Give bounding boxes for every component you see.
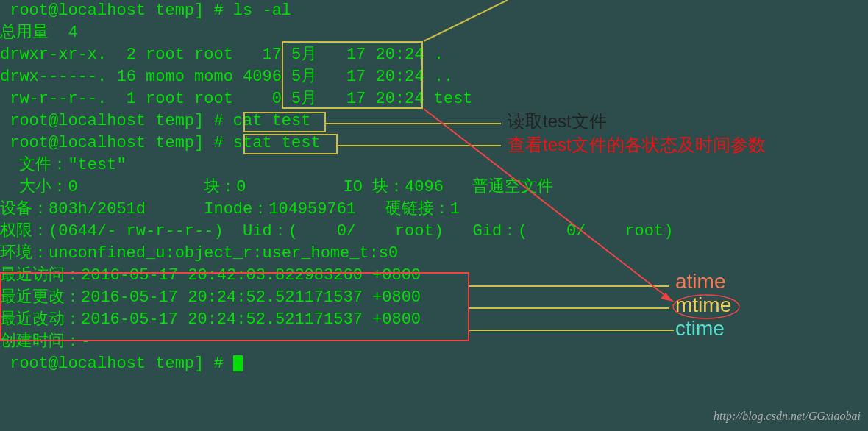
stat-perm: 权限：(0644/- rw-r--r--) Uid：( 0/ root) Gid… [0,221,868,243]
prompt: root@localhost temp] # [0,355,233,373]
connector-line [338,145,501,146]
filename: .. [434,68,453,86]
annotation-ctime: ctime [675,318,725,340]
highlight-box-date [282,41,423,109]
annotation-atime: atime [675,271,725,293]
size: 4096 [243,68,282,86]
ls-row: drwx------. 16 momo momo 4096 5月 17 20:2… [0,66,868,88]
filename: . [434,46,444,64]
annotation-check-stat: 查看test文件的各状态及时间参数 [508,134,766,156]
connector-line [326,123,501,124]
group: root [194,90,233,108]
size: 0 [243,90,282,108]
watermark: http://blog.csdn.net/GGxiaobai [714,405,861,427]
connector-line [469,307,669,309]
ls-row: drwxr-xr-x. 2 root root 17 5月 17 20:24 . [0,44,868,66]
highlight-box-stat [243,134,338,154]
connector-line [469,285,669,287]
highlight-box-times [0,272,469,341]
owner: root [146,46,185,64]
ls-total: 总用量 4 [0,22,868,44]
owner: momo [146,68,185,86]
prompt-line: root@localhost temp] # ls -al [0,0,868,22]
prompt: root@localhost temp] # [0,112,233,130]
group: root [194,46,233,64]
size: 17 [243,46,282,64]
cursor-icon [233,355,243,371]
links: 2 [116,46,135,64]
stat-env: 环境：unconfined_u:object_r:user_home_t:s0 [0,243,868,265]
prompt: root@localhost temp] # [0,134,233,152]
stat-file: 文件："test" [0,154,868,177]
ls-row: rw-r--r--. 1 root root 0 5月 17 20:24 tes… [0,88,868,110]
prompt-line: root@localhost temp] # cat test [0,110,868,132]
annotation-read-file: 读取test文件 [508,110,607,132]
owner: root [146,90,185,108]
stat-size: 大小：0 块：0 IO 块：4096 普通空文件 [0,177,868,199]
prompt-line[interactable]: root@localhost temp] # [0,353,868,375]
connector-line [469,330,674,331]
links: 16 [116,68,135,86]
filename: test [434,90,473,108]
perm: rw-r--r--. [0,90,107,108]
highlight-box-cat [243,112,326,132]
perm: drwx------. [0,68,107,86]
stat-device: 设备：803h/2051d Inode：104959761 硬链接：1 [0,199,868,221]
perm: drwxr-xr-x. [0,46,107,64]
group: momo [194,68,233,86]
annotation-mtime: mtime [675,294,731,316]
links: 1 [116,90,135,108]
